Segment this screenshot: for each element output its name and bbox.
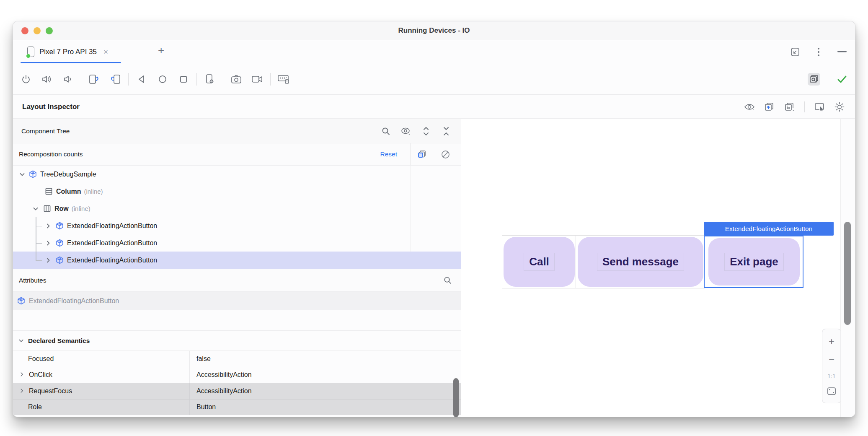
chevron-down-icon[interactable] bbox=[19, 171, 26, 178]
check-icon[interactable] bbox=[836, 73, 848, 86]
rotate-right-icon[interactable] bbox=[109, 73, 121, 86]
device-button-call[interactable]: Call bbox=[504, 237, 575, 287]
toolbar-separator bbox=[196, 73, 197, 86]
tree-row[interactable]: Column (inline) bbox=[13, 183, 461, 200]
tree-node-label: ExtendedFloatingActionButton bbox=[67, 257, 157, 264]
device-phone-icon bbox=[27, 47, 34, 57]
ban-icon[interactable] bbox=[439, 148, 452, 161]
chevron-right-icon[interactable] bbox=[45, 257, 52, 264]
semantics-key: Focused bbox=[13, 351, 190, 367]
tree-node-label: ExtendedFloatingActionButton bbox=[67, 222, 157, 230]
volume-down-icon[interactable] bbox=[62, 73, 74, 86]
overview-icon[interactable] bbox=[177, 73, 190, 86]
semantics-value: false bbox=[190, 355, 211, 363]
tab-close-icon[interactable]: × bbox=[103, 47, 108, 57]
zoom-out-button[interactable]: − bbox=[829, 355, 834, 365]
chevron-right-icon[interactable] bbox=[19, 388, 26, 394]
device-button-label: Call bbox=[524, 253, 555, 271]
tree-row[interactable]: TreeDebugSample bbox=[13, 166, 461, 183]
compose-node-icon bbox=[17, 297, 25, 305]
device-button-send-message[interactable]: Send message bbox=[578, 237, 703, 287]
component-tree: TreeDebugSample Column (inline) Row (inl… bbox=[13, 166, 461, 269]
attributes-header: Attributes bbox=[13, 269, 461, 292]
semantics-row[interactable]: Role Button bbox=[13, 399, 461, 415]
reset-link[interactable]: Reset bbox=[380, 151, 398, 158]
tree-row[interactable]: ExtendedFloatingActionButton bbox=[13, 217, 461, 234]
dock-window-icon[interactable] bbox=[789, 46, 801, 58]
settings-icon[interactable] bbox=[833, 101, 846, 113]
column-icon bbox=[45, 187, 53, 195]
declared-semantics-header[interactable]: Declared Semantics bbox=[13, 330, 461, 350]
layout-inspector-toggle-icon[interactable] bbox=[808, 73, 820, 86]
recomposition-counts-row: Recomposition counts Reset bbox=[13, 143, 461, 166]
zoom-in-button[interactable]: + bbox=[829, 337, 834, 347]
layers-tree-icon[interactable] bbox=[783, 101, 796, 113]
tree-connector bbox=[34, 234, 45, 252]
device-button-label: Send message bbox=[597, 253, 684, 271]
device-mirror-panel: Call Send message Exit page ExtendedFloa… bbox=[461, 119, 855, 417]
chevron-down-icon[interactable] bbox=[32, 205, 39, 212]
export-snapshot-icon[interactable] bbox=[763, 101, 776, 113]
layout-inspector-bar: Layout Inspector bbox=[13, 95, 855, 119]
toolbar-separator bbox=[81, 73, 81, 86]
semantics-row[interactable]: RequestFocus AccessibilityAction bbox=[13, 383, 461, 399]
search-icon[interactable] bbox=[380, 125, 392, 138]
power-icon[interactable] bbox=[20, 73, 32, 86]
toolbar-separator bbox=[804, 101, 805, 112]
screenshot-icon[interactable] bbox=[230, 73, 243, 86]
recomposition-layers-icon[interactable] bbox=[416, 148, 428, 161]
tab-bar: Pixel 7 Pro API 35 × + bbox=[13, 41, 855, 63]
minimize-icon[interactable] bbox=[836, 46, 848, 58]
hardware-input-icon[interactable] bbox=[277, 73, 290, 86]
device-panel-scrollbar-thumb[interactable] bbox=[844, 222, 851, 325]
add-tab-button[interactable]: + bbox=[158, 44, 164, 57]
tree-row[interactable]: Row (inline) bbox=[13, 200, 461, 217]
chevron-right-icon[interactable] bbox=[19, 371, 26, 378]
rotate-left-icon[interactable] bbox=[88, 73, 101, 86]
tree-node-label: Column bbox=[56, 188, 81, 195]
screen-record-icon[interactable] bbox=[251, 73, 264, 86]
highlight-icon[interactable] bbox=[400, 125, 412, 138]
attributes-selected-node[interactable]: ExtendedFloatingActionButton bbox=[13, 292, 461, 310]
component-tree-title: Component Tree bbox=[21, 127, 70, 135]
tree-node-suffix: (inline) bbox=[84, 188, 103, 195]
search-icon[interactable] bbox=[442, 274, 455, 287]
compose-node-icon bbox=[56, 256, 64, 264]
tree-connector bbox=[34, 252, 45, 269]
tree-row-selected[interactable]: ExtendedFloatingActionButton bbox=[13, 252, 461, 269]
title-bar: Running Devices - IO bbox=[13, 21, 855, 40]
toolbar-separator bbox=[128, 73, 129, 86]
kebab-menu-icon[interactable] bbox=[812, 46, 825, 58]
semantics-key: OnClick bbox=[29, 371, 52, 379]
toolbar-separator bbox=[270, 73, 271, 86]
semantics-key-cell: RequestFocus bbox=[13, 383, 190, 399]
recomposition-column-divider bbox=[410, 143, 411, 165]
chevron-right-icon[interactable] bbox=[45, 240, 52, 247]
fit-to-screen-icon[interactable] bbox=[827, 387, 836, 395]
zoom-actual-size-button[interactable]: 1:1 bbox=[827, 373, 835, 379]
tab-pixel-7-pro[interactable]: Pixel 7 Pro API 35 × bbox=[21, 41, 114, 63]
volume-up-icon[interactable] bbox=[41, 73, 53, 86]
chevron-right-icon[interactable] bbox=[45, 223, 52, 229]
chevron-down-icon[interactable] bbox=[18, 337, 25, 344]
toolbar-separator bbox=[828, 73, 828, 86]
semantics-row[interactable]: OnClick AccessibilityAction bbox=[13, 367, 461, 383]
tab-label: Pixel 7 Pro API 35 bbox=[39, 48, 97, 56]
collapse-all-icon[interactable] bbox=[440, 125, 452, 138]
device-panel-scrollbar[interactable] bbox=[840, 119, 855, 417]
tree-node-suffix: (inline) bbox=[72, 205, 90, 212]
visibility-icon[interactable] bbox=[743, 101, 756, 113]
attributes-spacer bbox=[13, 310, 461, 330]
select-component-icon[interactable] bbox=[813, 101, 826, 113]
main-area: Component Tree Reco bbox=[13, 119, 855, 417]
semantics-key-cell: OnClick bbox=[13, 367, 190, 383]
left-panel-scrollbar-thumb[interactable] bbox=[453, 378, 459, 417]
row-icon bbox=[43, 205, 51, 213]
expand-all-icon[interactable] bbox=[420, 125, 432, 138]
semantics-row[interactable]: Focused false bbox=[13, 350, 461, 367]
back-icon[interactable] bbox=[135, 73, 148, 86]
home-icon[interactable] bbox=[156, 73, 169, 86]
device-settings-icon[interactable] bbox=[204, 73, 216, 86]
tree-row[interactable]: ExtendedFloatingActionButton bbox=[13, 234, 461, 252]
recomposition-counts-label: Recomposition counts bbox=[19, 151, 83, 158]
